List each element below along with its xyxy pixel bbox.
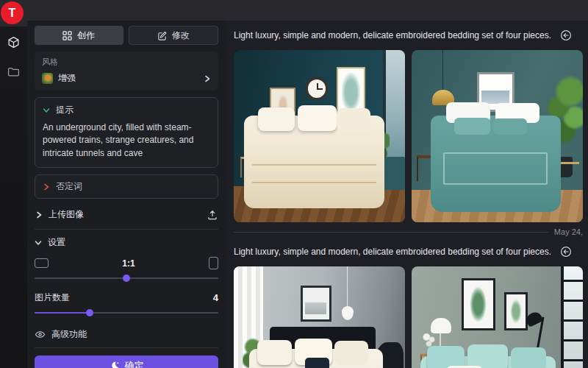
date-label: May 24, <box>554 227 583 236</box>
upload-icon[interactable] <box>207 210 218 220</box>
generation-group-1-header: Light luxury, simple and modern, delicat… <box>234 28 583 43</box>
negative-words-section[interactable]: 否定词 <box>35 174 218 199</box>
scene-bed <box>244 116 384 208</box>
image-count-label: 图片数量 <box>35 291 213 304</box>
generated-image-2[interactable] <box>412 50 583 222</box>
image-grid-row-2 <box>234 266 583 368</box>
avatar[interactable]: T <box>1 1 24 24</box>
generated-image-4[interactable] <box>412 266 583 368</box>
advanced-features-label: 高级功能 <box>51 328 87 341</box>
crescent-magic-icon <box>110 361 120 368</box>
generation-prompt-text: Light luxury, simple and modern, delicat… <box>234 30 551 40</box>
folder-icon[interactable] <box>7 66 20 78</box>
upload-image-label: 上传图像 <box>49 208 201 221</box>
divider <box>35 229 218 230</box>
advanced-features-toggle[interactable]: 高级功能 <box>35 328 218 341</box>
image-count-slider[interactable] <box>35 309 218 316</box>
style-selector[interactable]: 增强 <box>42 72 211 85</box>
scene-wall-art <box>337 67 366 113</box>
gallery: Light luxury, simple and modern, delicat… <box>226 21 588 368</box>
divider-line <box>234 232 548 233</box>
mode-tabs: 创作 修改 <box>35 26 218 45</box>
divider <box>35 347 218 348</box>
settings-header: 设置 <box>48 236 65 249</box>
generated-image-3[interactable] <box>234 266 405 368</box>
scene-pendant-cable <box>442 50 443 91</box>
aspect-ratio-slider[interactable] <box>35 275 218 282</box>
scene-window <box>561 266 583 368</box>
generation-group-2-header: Light luxury, simple and modern, delicat… <box>234 244 583 259</box>
tab-create-label: 创作 <box>77 29 95 42</box>
generated-image-1[interactable] <box>234 50 405 222</box>
image-count-slider-handle[interactable] <box>86 309 93 316</box>
generation-prompt-text: Light luxury, simple and modern, delicat… <box>234 247 551 257</box>
style-label: 风格 <box>42 57 211 68</box>
prompt-editor[interactable]: 提示 An underground city, filled with stea… <box>35 97 218 168</box>
upload-image-section[interactable]: 上传图像 <box>35 207 218 222</box>
pencil-icon <box>157 31 167 40</box>
scene-wall-art <box>462 278 496 330</box>
prompt-text[interactable]: An underground city, filled with steam-p… <box>43 121 210 160</box>
app-window: T 创作 <box>0 0 588 368</box>
chevron-down-icon[interactable] <box>43 107 50 114</box>
style-thumbnail-icon <box>42 73 53 84</box>
confirm-button[interactable]: 确定 <box>35 355 218 368</box>
scene-pendant-cable <box>347 266 348 308</box>
confirm-button-label: 确定 <box>125 359 144 368</box>
scene-bed <box>420 356 556 368</box>
negative-words-label: 否定词 <box>56 180 82 193</box>
aspect-ratio-row: 1:1 <box>35 257 218 269</box>
top-strip <box>0 0 588 21</box>
tab-modify[interactable]: 修改 <box>129 26 219 45</box>
circle-left-arrow-icon[interactable] <box>560 246 572 258</box>
image-grid-row-1 <box>234 50 583 222</box>
scene-wall-art <box>301 286 331 322</box>
scene-wall-art <box>504 292 528 330</box>
scene-bed <box>249 349 383 368</box>
aspect-ratio-value: 1:1 <box>49 258 209 269</box>
tab-create[interactable]: 创作 <box>35 26 123 45</box>
grid-icon <box>62 31 72 40</box>
eye-icon <box>35 329 46 340</box>
prompt-header: 提示 <box>56 104 74 116</box>
chevron-right-icon <box>43 183 50 191</box>
style-section: 风格 增强 <box>35 52 218 91</box>
image-count-value: 4 <box>213 292 218 303</box>
circle-left-arrow-icon[interactable] <box>560 29 572 41</box>
portrait-frame-icon[interactable] <box>209 257 218 269</box>
settings-section-toggle[interactable]: 设置 <box>35 236 218 249</box>
scene-pendant-lamp <box>342 306 354 320</box>
nav-rail: T <box>0 0 27 368</box>
aspect-ratio-slider-handle[interactable] <box>123 275 130 282</box>
style-value: 增强 <box>58 72 204 85</box>
chevron-down-icon <box>35 239 42 247</box>
chevron-right-icon <box>35 211 43 219</box>
cube-icon[interactable] <box>7 36 20 49</box>
chevron-right-icon <box>204 75 211 82</box>
image-count-row: 图片数量 4 <box>35 291 218 304</box>
scene-clock <box>306 77 328 99</box>
scene-table-lamp <box>431 318 451 333</box>
date-divider: May 24, <box>234 227 583 237</box>
landscape-frame-icon[interactable] <box>35 258 49 268</box>
control-panel: 创作 修改 风格 增强 <box>27 21 226 368</box>
scene-bed <box>431 116 561 212</box>
tab-modify-label: 修改 <box>172 29 190 42</box>
scene-armchair <box>383 157 405 189</box>
